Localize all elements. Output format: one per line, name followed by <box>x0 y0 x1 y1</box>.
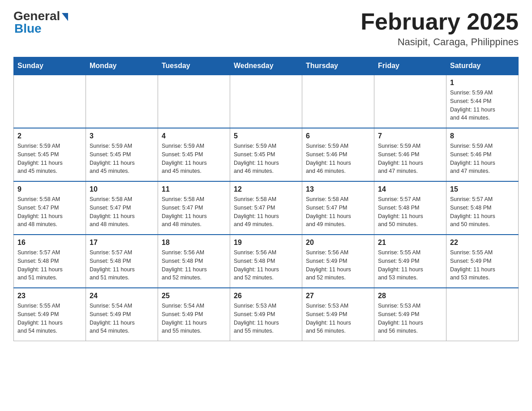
day-info: Sunrise: 5:57 AM Sunset: 5:48 PM Dayligh… <box>17 248 82 282</box>
day-info: Sunrise: 5:59 AM Sunset: 5:46 PM Dayligh… <box>450 142 515 176</box>
location-title: Nasipit, Caraga, Philippines <box>360 36 519 48</box>
day-info: Sunrise: 5:58 AM Sunset: 5:47 PM Dayligh… <box>90 195 154 229</box>
day-info: Sunrise: 5:58 AM Sunset: 5:47 PM Dayligh… <box>162 195 226 229</box>
day-info: Sunrise: 5:54 AM Sunset: 5:49 PM Dayligh… <box>90 302 154 335</box>
col-header-friday: Friday <box>374 57 446 75</box>
calendar-cell: 3Sunrise: 5:59 AM Sunset: 5:45 PM Daylig… <box>86 128 158 181</box>
day-number: 26 <box>234 292 298 300</box>
calendar-cell: 17Sunrise: 5:57 AM Sunset: 5:48 PM Dayli… <box>86 235 158 288</box>
day-info: Sunrise: 5:53 AM Sunset: 5:49 PM Dayligh… <box>234 302 298 335</box>
day-number: 28 <box>378 292 442 300</box>
calendar-cell <box>374 75 446 128</box>
calendar-cell: 13Sunrise: 5:58 AM Sunset: 5:47 PM Dayli… <box>302 181 374 235</box>
day-number: 9 <box>17 185 82 193</box>
calendar-table: SundayMondayTuesdayWednesdayThursdayFrid… <box>13 57 519 341</box>
title-block: February 2025 Nasipit, Caraga, Philippin… <box>360 9 519 48</box>
calendar-cell <box>446 288 519 341</box>
day-number: 13 <box>306 185 370 193</box>
day-number: 4 <box>162 132 226 140</box>
day-info: Sunrise: 5:59 AM Sunset: 5:45 PM Dayligh… <box>90 142 154 176</box>
day-info: Sunrise: 5:53 AM Sunset: 5:49 PM Dayligh… <box>306 302 370 335</box>
calendar-cell: 27Sunrise: 5:53 AM Sunset: 5:49 PM Dayli… <box>302 288 374 341</box>
calendar-cell: 9Sunrise: 5:58 AM Sunset: 5:47 PM Daylig… <box>14 181 86 235</box>
day-number: 8 <box>450 132 515 140</box>
day-info: Sunrise: 5:57 AM Sunset: 5:48 PM Dayligh… <box>90 248 154 282</box>
col-header-saturday: Saturday <box>446 57 519 75</box>
calendar-cell: 15Sunrise: 5:57 AM Sunset: 5:48 PM Dayli… <box>446 181 519 235</box>
calendar-cell <box>14 75 86 128</box>
calendar-cell: 26Sunrise: 5:53 AM Sunset: 5:49 PM Dayli… <box>230 288 302 341</box>
day-info: Sunrise: 5:59 AM Sunset: 5:46 PM Dayligh… <box>378 142 442 176</box>
day-number: 17 <box>90 239 154 247</box>
col-header-thursday: Thursday <box>302 57 374 75</box>
calendar-cell: 19Sunrise: 5:56 AM Sunset: 5:48 PM Dayli… <box>230 235 302 288</box>
calendar-cell: 20Sunrise: 5:56 AM Sunset: 5:49 PM Dayli… <box>302 235 374 288</box>
day-number: 20 <box>306 239 370 247</box>
calendar-cell: 12Sunrise: 5:58 AM Sunset: 5:47 PM Dayli… <box>230 181 302 235</box>
month-title: February 2025 <box>360 9 519 34</box>
day-info: Sunrise: 5:55 AM Sunset: 5:49 PM Dayligh… <box>378 248 442 282</box>
day-number: 7 <box>378 132 442 140</box>
day-info: Sunrise: 5:58 AM Sunset: 5:47 PM Dayligh… <box>17 195 82 229</box>
calendar-cell: 6Sunrise: 5:59 AM Sunset: 5:46 PM Daylig… <box>302 128 374 181</box>
calendar-cell: 1Sunrise: 5:59 AM Sunset: 5:44 PM Daylig… <box>446 75 519 128</box>
calendar-cell: 14Sunrise: 5:57 AM Sunset: 5:48 PM Dayli… <box>374 181 446 235</box>
day-info: Sunrise: 5:56 AM Sunset: 5:48 PM Dayligh… <box>162 248 226 282</box>
day-number: 25 <box>162 292 226 300</box>
calendar-cell: 28Sunrise: 5:53 AM Sunset: 5:49 PM Dayli… <box>374 288 446 341</box>
calendar-cell: 24Sunrise: 5:54 AM Sunset: 5:49 PM Dayli… <box>86 288 158 341</box>
col-header-sunday: Sunday <box>14 57 86 75</box>
day-info: Sunrise: 5:57 AM Sunset: 5:48 PM Dayligh… <box>378 195 442 229</box>
day-number: 14 <box>378 185 442 193</box>
day-info: Sunrise: 5:55 AM Sunset: 5:49 PM Dayligh… <box>17 302 82 335</box>
day-info: Sunrise: 5:58 AM Sunset: 5:47 PM Dayligh… <box>306 195 370 229</box>
day-number: 12 <box>234 185 298 193</box>
week-row-4: 16Sunrise: 5:57 AM Sunset: 5:48 PM Dayli… <box>14 235 519 288</box>
calendar-cell: 8Sunrise: 5:59 AM Sunset: 5:46 PM Daylig… <box>446 128 519 181</box>
day-number: 16 <box>17 239 82 247</box>
week-row-3: 9Sunrise: 5:58 AM Sunset: 5:47 PM Daylig… <box>14 181 519 235</box>
calendar-cell: 2Sunrise: 5:59 AM Sunset: 5:45 PM Daylig… <box>14 128 86 181</box>
day-info: Sunrise: 5:59 AM Sunset: 5:44 PM Dayligh… <box>450 89 515 122</box>
calendar-cell <box>230 75 302 128</box>
week-row-2: 2Sunrise: 5:59 AM Sunset: 5:45 PM Daylig… <box>14 128 519 181</box>
day-number: 6 <box>306 132 370 140</box>
day-info: Sunrise: 5:59 AM Sunset: 5:45 PM Dayligh… <box>234 142 298 176</box>
calendar-cell: 18Sunrise: 5:56 AM Sunset: 5:48 PM Dayli… <box>158 235 230 288</box>
day-number: 22 <box>450 239 515 247</box>
day-info: Sunrise: 5:58 AM Sunset: 5:47 PM Dayligh… <box>234 195 298 229</box>
calendar-header-row: SundayMondayTuesdayWednesdayThursdayFrid… <box>14 57 519 75</box>
day-number: 19 <box>234 239 298 247</box>
logo-blue-text: Blue <box>14 21 42 36</box>
col-header-tuesday: Tuesday <box>158 57 230 75</box>
calendar-cell: 11Sunrise: 5:58 AM Sunset: 5:47 PM Dayli… <box>158 181 230 235</box>
week-row-1: 1Sunrise: 5:59 AM Sunset: 5:44 PM Daylig… <box>14 75 519 128</box>
day-number: 3 <box>90 132 154 140</box>
calendar-cell: 22Sunrise: 5:55 AM Sunset: 5:49 PM Dayli… <box>446 235 519 288</box>
day-number: 10 <box>90 185 154 193</box>
day-info: Sunrise: 5:59 AM Sunset: 5:46 PM Dayligh… <box>306 142 370 176</box>
calendar-cell: 5Sunrise: 5:59 AM Sunset: 5:45 PM Daylig… <box>230 128 302 181</box>
day-number: 11 <box>162 185 226 193</box>
logo-arrow-icon <box>62 13 68 21</box>
day-info: Sunrise: 5:56 AM Sunset: 5:49 PM Dayligh… <box>306 248 370 282</box>
day-number: 5 <box>234 132 298 140</box>
col-header-wednesday: Wednesday <box>230 57 302 75</box>
day-info: Sunrise: 5:55 AM Sunset: 5:49 PM Dayligh… <box>450 248 515 282</box>
day-info: Sunrise: 5:59 AM Sunset: 5:45 PM Dayligh… <box>17 142 82 176</box>
calendar-cell <box>302 75 374 128</box>
calendar-cell: 4Sunrise: 5:59 AM Sunset: 5:45 PM Daylig… <box>158 128 230 181</box>
day-info: Sunrise: 5:53 AM Sunset: 5:49 PM Dayligh… <box>378 302 442 335</box>
page-header: General Blue February 2025 Nasipit, Cara… <box>13 9 519 48</box>
calendar-cell: 21Sunrise: 5:55 AM Sunset: 5:49 PM Dayli… <box>374 235 446 288</box>
logo: General Blue <box>13 9 68 36</box>
calendar-cell <box>86 75 158 128</box>
day-info: Sunrise: 5:59 AM Sunset: 5:45 PM Dayligh… <box>162 142 226 176</box>
calendar-cell: 7Sunrise: 5:59 AM Sunset: 5:46 PM Daylig… <box>374 128 446 181</box>
day-number: 23 <box>17 292 82 300</box>
calendar-cell: 23Sunrise: 5:55 AM Sunset: 5:49 PM Dayli… <box>14 288 86 341</box>
calendar-cell: 16Sunrise: 5:57 AM Sunset: 5:48 PM Dayli… <box>14 235 86 288</box>
day-number: 2 <box>17 132 82 140</box>
day-number: 1 <box>450 79 515 87</box>
day-number: 21 <box>378 239 442 247</box>
